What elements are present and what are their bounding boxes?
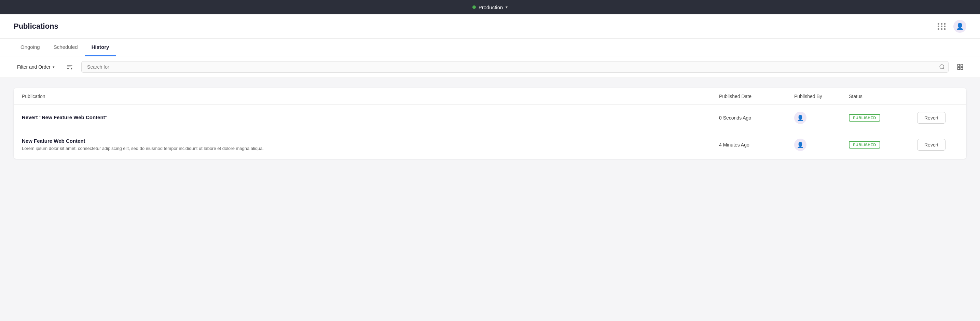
svg-point-3 [940, 65, 944, 68]
row-publisher: 👤 [794, 112, 849, 124]
row-publisher: 👤 [794, 139, 849, 151]
col-published-date: Published Date [719, 94, 794, 99]
row-title: Revert "New Feature Web Content" [22, 114, 719, 120]
table-row: Revert "New Feature Web Content" 0 Secon… [14, 105, 966, 131]
user-icon: 👤 [797, 115, 804, 121]
col-status: Status [849, 94, 917, 99]
row-status: PUBLISHED [849, 114, 917, 122]
svg-rect-5 [958, 65, 960, 67]
page-header: Publications 👤 [0, 14, 980, 38]
row-title: New Feature Web Content [22, 138, 719, 144]
view-toggle-icon [957, 64, 964, 70]
user-avatar-button[interactable]: 👤 [953, 20, 966, 33]
content-area: Publication Published Date Published By … [0, 78, 980, 169]
tabs-bar: Ongoing Scheduled History [0, 38, 980, 56]
row-date: 0 Seconds Ago [719, 115, 794, 121]
sort-icon [66, 64, 73, 70]
status-badge: PUBLISHED [849, 114, 880, 122]
table-header: Publication Published Date Published By … [14, 88, 966, 105]
row-publication-cell: Revert "New Feature Web Content" [22, 114, 719, 122]
view-toggle-button[interactable] [954, 62, 966, 72]
filter-order-button[interactable]: Filter and Order ▾ [14, 62, 58, 72]
revert-button[interactable]: Revert [917, 112, 945, 124]
row-action: Revert [917, 112, 958, 124]
col-publication: Publication [22, 94, 719, 99]
header-actions: 👤 [935, 20, 966, 33]
user-icon: 👤 [956, 22, 964, 30]
avatar: 👤 [794, 139, 807, 151]
page-title: Publications [14, 22, 59, 31]
svg-rect-6 [961, 65, 963, 67]
filter-bar: Filter and Order ▾ [0, 56, 980, 78]
search-button[interactable] [939, 64, 945, 70]
row-status: PUBLISHED [849, 141, 917, 149]
filter-order-label: Filter and Order [17, 64, 51, 70]
row-description: Lorem ipsum dolor sit amet, consectetur … [22, 145, 719, 152]
tab-history[interactable]: History [85, 38, 116, 56]
env-label: Production [479, 5, 503, 10]
search-icon [939, 64, 945, 70]
col-published-by: Published By [794, 94, 849, 99]
row-action: Revert [917, 139, 958, 151]
user-icon: 👤 [797, 142, 804, 148]
row-date: 4 Minutes Ago [719, 142, 794, 148]
revert-button[interactable]: Revert [917, 139, 945, 151]
svg-rect-7 [958, 68, 960, 70]
svg-line-4 [943, 68, 944, 69]
sort-button[interactable] [64, 62, 76, 72]
status-badge: PUBLISHED [849, 141, 880, 149]
search-input[interactable] [81, 61, 948, 73]
env-selector[interactable]: Production ▾ [473, 5, 508, 10]
col-action [917, 94, 958, 99]
grid-menu-button[interactable] [935, 21, 948, 32]
tab-scheduled[interactable]: Scheduled [47, 38, 85, 56]
env-status-dot [473, 5, 476, 9]
env-chevron-icon: ▾ [506, 5, 508, 10]
publications-table: Publication Published Date Published By … [14, 88, 966, 159]
avatar: 👤 [794, 112, 807, 124]
topbar: Production ▾ [0, 0, 980, 14]
svg-rect-8 [961, 68, 963, 70]
tab-ongoing[interactable]: Ongoing [14, 38, 47, 56]
row-publication-cell: New Feature Web Content Lorem ipsum dolo… [22, 138, 719, 152]
filter-chevron-icon: ▾ [52, 65, 55, 69]
search-container [81, 61, 948, 73]
table-row: New Feature Web Content Lorem ipsum dolo… [14, 131, 966, 159]
grid-icon [938, 23, 946, 30]
